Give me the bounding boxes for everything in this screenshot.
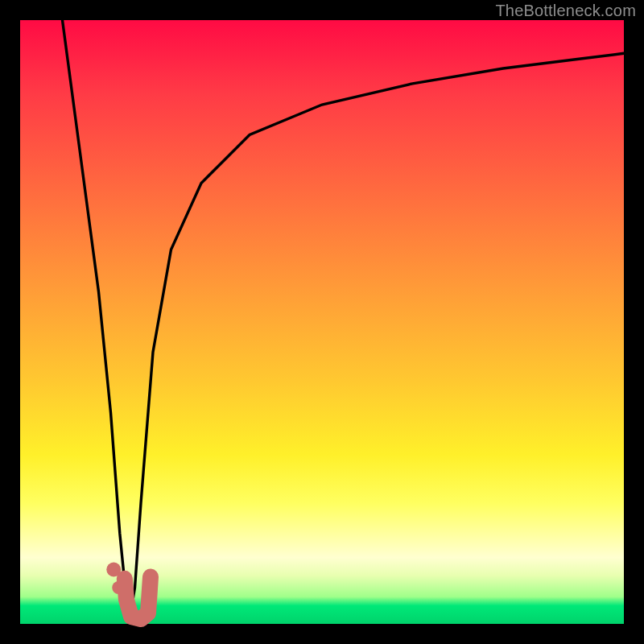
chart-frame: TheBottleneck.com	[0, 0, 644, 644]
highlight-hook	[125, 577, 151, 620]
watermark-text: TheBottleneck.com	[495, 2, 636, 20]
chart-overlay	[20, 20, 624, 624]
highlight-group	[106, 563, 151, 620]
bottleneck-curve-path	[63, 20, 625, 624]
